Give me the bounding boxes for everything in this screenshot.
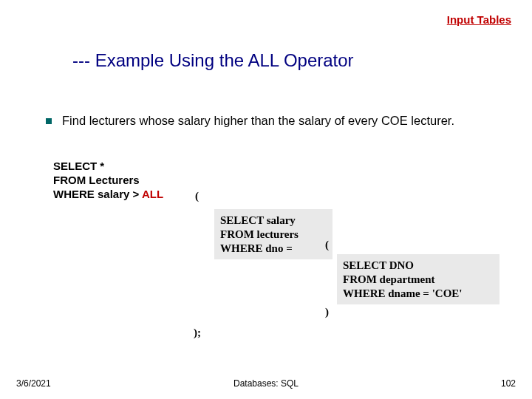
sub1-line-3: WHERE dno = [220,242,327,256]
sub1-line-1: SELECT salary [220,214,327,228]
sub2-line-3: WHERE dname = 'COE' [343,287,494,301]
bullet-row: Find lecturers whose salary higher than … [46,114,517,128]
code-line-3-pre: WHERE salary > [53,188,142,200]
subquery-box-2: SELECT DNO FROM department WHERE dname =… [337,254,499,304]
code-line-1: SELECT * [53,160,517,174]
slide-title: --- Example Using the ALL Operator [72,50,354,70]
slide-title-wrap: --- Example Using the ALL Operator [72,50,354,71]
sub2-line-2: FROM department [343,273,494,287]
sub2-line-1: SELECT DNO [343,259,494,273]
outer-closing: ); [194,327,201,339]
subquery-box-1: SELECT salary FROM lecturers WHERE dno = [214,209,332,259]
inner-paren-close: ) [325,306,329,318]
input-tables-link[interactable]: Input Tables [447,13,511,26]
footer-center: Databases: SQL [0,378,532,389]
code-line-3: WHERE salary > ALL [53,188,517,202]
bullet-icon [46,118,52,124]
footer-page-number: 102 [501,378,516,389]
bullet-text: Find lecturers whose salary higher than … [62,114,454,127]
keyword-all: ALL [142,188,163,200]
code-block-outer: SELECT * FROM Lecturers WHERE salary > A… [53,160,517,201]
inner-paren-open: ( [325,239,329,251]
sub1-line-2: FROM lecturers [220,228,327,242]
outer-paren-open: ( [195,190,199,202]
code-line-2: FROM Lecturers [53,174,517,188]
